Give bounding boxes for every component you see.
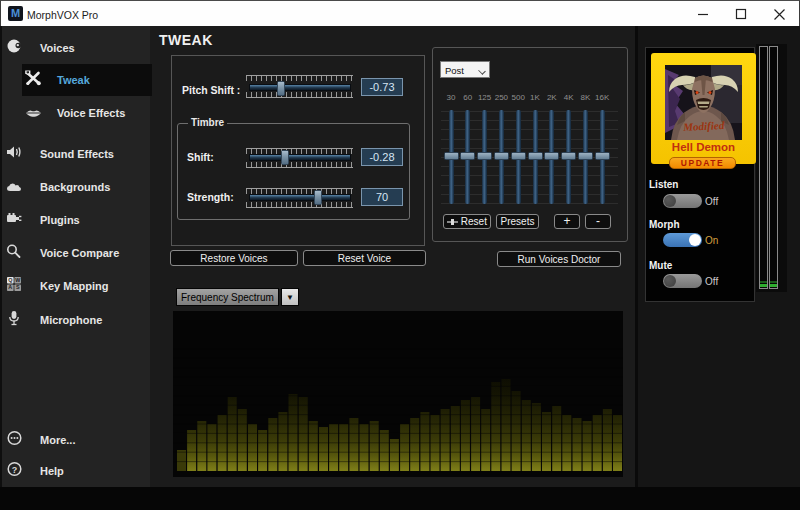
svg-text:S: S	[16, 284, 20, 290]
svg-text:?: ?	[12, 465, 18, 475]
svg-text:A: A	[8, 284, 12, 290]
svg-text:Modified: Modified	[682, 119, 725, 133]
svg-text:Q: Q	[8, 277, 12, 283]
